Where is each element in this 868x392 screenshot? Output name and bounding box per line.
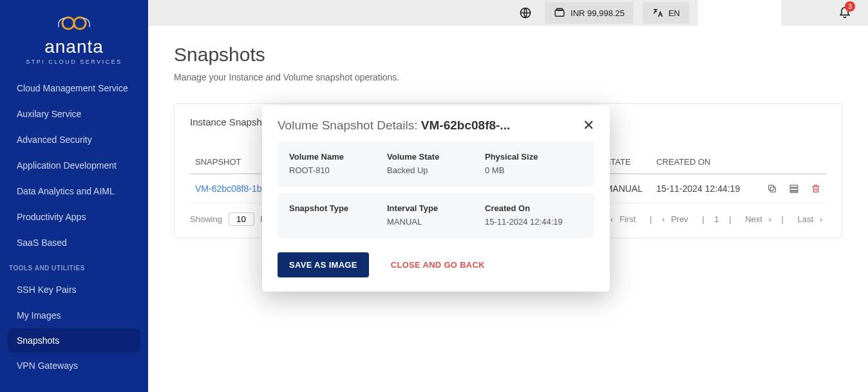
- language-value: EN: [668, 8, 680, 18]
- sidebar-item-auxilary[interactable]: Auxilary Service: [0, 101, 148, 127]
- pager-first[interactable]: ‹ First: [607, 214, 643, 224]
- modal-title-prefix: Volume Snapshot Details:: [278, 118, 421, 132]
- sidebar-item-app-dev[interactable]: Application Development: [0, 153, 148, 178]
- sidebar: ananta STPI CLOUD SERVICES Cloud Managem…: [0, 0, 148, 392]
- col-created-on: CREATED ON: [651, 151, 762, 174]
- sidebar-item-data-analytics[interactable]: Data Analytics and AIML: [0, 178, 148, 204]
- notifications-button[interactable]: 3: [829, 0, 860, 28]
- cell-created: 15-11-2024 12:44:19: [651, 174, 762, 203]
- row-actions: [767, 183, 821, 194]
- modal-actions: SAVE AS IMAGE CLOSE AND GO BACK: [278, 252, 594, 277]
- brand-tagline: STPI CLOUD SERVICES: [0, 59, 148, 65]
- pager: ‹ First | ‹ Prev | 1 | Next › | Last ›: [607, 214, 826, 224]
- close-icon[interactable]: ✕: [583, 118, 594, 133]
- svg-rect-4: [769, 185, 774, 191]
- modal-header: Volume Snapshot Details: VM-62bc08f8-...…: [278, 118, 594, 133]
- info-physical-size: Physical Size 0 MB: [485, 152, 583, 175]
- page-title: Snapshots: [174, 44, 842, 66]
- header-bar: INR 99,998.25 EN 3: [148, 0, 868, 26]
- close-and-go-back-button[interactable]: CLOSE AND GO BACK: [387, 259, 489, 270]
- info-card-1: Volume Name ROOT-810 Volume State Backed…: [278, 142, 594, 187]
- sidebar-item-cloud-mgmt[interactable]: Cloud Management Service: [0, 75, 148, 101]
- info-snapshot-type: Snapshot Type: [289, 203, 387, 227]
- sidebar-item-vpn-gateways[interactable]: VPN Gateways: [0, 353, 148, 378]
- globe-icon[interactable]: [515, 3, 536, 23]
- info-interval-type: Interval Type MANUAL: [387, 203, 485, 227]
- info-card-2: Snapshot Type Interval Type MANUAL Creat…: [278, 193, 594, 238]
- sidebar-item-advanced-security[interactable]: Advanced Security: [0, 127, 148, 153]
- pager-next[interactable]: Next ›: [737, 214, 775, 224]
- page-subtitle: Manage your Instance and Volume snapshot…: [174, 72, 842, 82]
- notifications-badge: 3: [845, 1, 855, 12]
- page-size-input[interactable]: [229, 212, 254, 226]
- brand-name: ananta: [0, 37, 148, 57]
- brand-logo: ananta STPI CLOUD SERVICES: [0, 10, 148, 65]
- pager-page: 1: [710, 214, 722, 224]
- sidebar-item-ssh-keypairs[interactable]: SSH Key Pairs: [0, 277, 148, 303]
- col-actions: [762, 151, 826, 174]
- info-volume-name: Volume Name ROOT-810: [289, 152, 387, 175]
- info-created-on: Created On 15-11-2024 12:44:19: [485, 203, 583, 227]
- sidebar-item-snapshots[interactable]: Snapshots: [8, 328, 140, 353]
- svg-rect-3: [770, 187, 775, 192]
- translate-icon: [652, 7, 663, 19]
- copy-icon[interactable]: [767, 183, 777, 194]
- language-chip[interactable]: EN: [643, 2, 689, 24]
- sidebar-heading-tools: TOOLS AND UTILITIES: [0, 256, 148, 277]
- balance-value: INR 99,998.25: [571, 8, 625, 18]
- logo-mark: [50, 10, 99, 36]
- showing-label: Showing: [190, 214, 222, 224]
- svg-rect-5: [790, 185, 798, 187]
- pager-last[interactable]: Last ›: [789, 214, 826, 224]
- modal-title-name: VM-62bc08f8-...: [421, 118, 510, 132]
- info-volume-state: Volume State Backed Up: [387, 152, 485, 175]
- storage-icon[interactable]: [789, 183, 799, 194]
- balance-chip[interactable]: INR 99,998.25: [545, 2, 634, 24]
- sidebar-item-productivity[interactable]: Productivity Apps: [0, 204, 148, 230]
- svg-rect-6: [790, 188, 798, 190]
- delete-icon[interactable]: [811, 183, 821, 194]
- sidebar-item-my-images[interactable]: My Images: [0, 303, 148, 328]
- wallet-icon: [554, 7, 565, 19]
- svg-rect-7: [790, 191, 798, 192]
- volume-snapshot-modal: Volume Snapshot Details: VM-62bc08f8-...…: [262, 106, 610, 292]
- modal-title: Volume Snapshot Details: VM-62bc08f8-...: [278, 118, 510, 133]
- sidebar-item-saas-based[interactable]: SaaS Based: [0, 230, 148, 256]
- pager-prev[interactable]: ‹ Prev: [658, 214, 696, 224]
- save-as-image-button[interactable]: SAVE AS IMAGE: [278, 252, 369, 277]
